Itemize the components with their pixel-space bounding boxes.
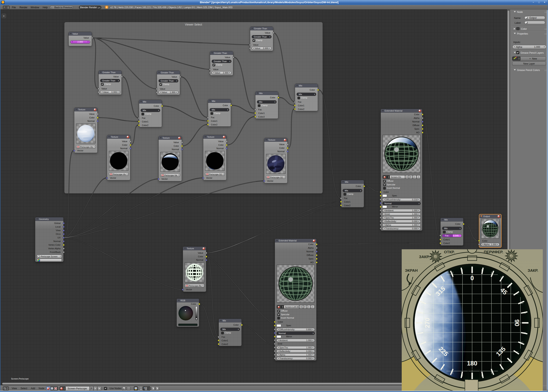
svg-text:ПЕРИФЕР.: ПЕРИФЕР. — [484, 250, 503, 254]
svg-text:90: 90 — [513, 319, 520, 326]
svg-text:0: 0 — [470, 275, 474, 282]
svg-text:180: 180 — [467, 360, 477, 367]
svg-text:ЗАКР.: ЗАКР. — [528, 268, 538, 273]
svg-text:ОТКР.: ОТКР. — [444, 250, 455, 254]
svg-text:ЗАКР.: ЗАКР. — [419, 255, 429, 259]
svg-text:270: 270 — [424, 318, 431, 328]
svg-text:ЭКРАН: ЭКРАН — [405, 268, 418, 273]
